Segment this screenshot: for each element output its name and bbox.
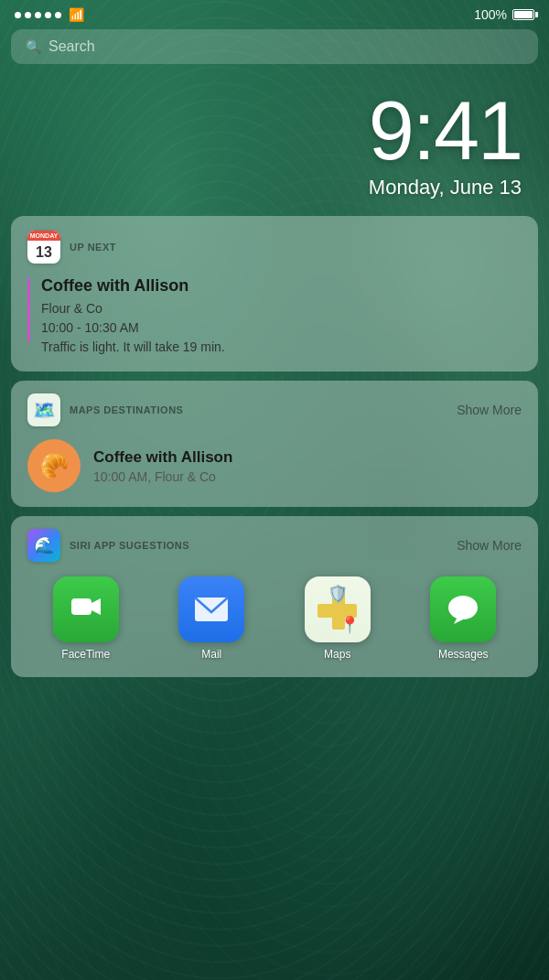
cal-day: 13 <box>27 241 60 264</box>
mail-icon-svg <box>193 596 230 623</box>
signal-dots: 📶 <box>15 7 84 22</box>
maps-event-sub: 10:00 AM, Flour & Co <box>93 469 232 484</box>
signal-dot-1 <box>15 12 21 18</box>
messages-icon-svg <box>445 591 481 628</box>
event-title: Coffee with Allison <box>41 276 225 296</box>
facetime-icon-svg <box>68 591 104 628</box>
messages-label: Messages <box>438 648 489 661</box>
mail-app-icon <box>178 576 244 642</box>
search-placeholder: Search <box>48 38 95 55</box>
maps-inner: 🛡️ 📍 <box>305 576 371 642</box>
facetime-label: FaceTime <box>61 648 110 661</box>
mail-label: Mail <box>201 648 221 661</box>
event-accent-bar <box>27 278 30 342</box>
clock-time: 9:41 <box>27 90 522 172</box>
signal-dot-4 <box>45 12 51 18</box>
event-time: 10:00 - 10:30 AM <box>41 318 225 338</box>
widgets-container: Monday 13 UP NEXT Coffee with Allison Fl… <box>0 209 549 684</box>
battery-percent: 100% <box>474 7 507 22</box>
facetime-app-icon <box>53 576 119 642</box>
maps-event-info: Coffee with Allison 10:00 AM, Flour & Co <box>93 448 232 484</box>
app-item-facetime[interactable]: FaceTime <box>53 576 119 661</box>
signal-dot-5 <box>55 12 61 18</box>
svg-point-3 <box>448 596 478 619</box>
battery-fill <box>514 11 533 18</box>
siri-icon-inner: 🌊 <box>34 535 54 555</box>
svg-rect-0 <box>71 598 92 615</box>
calendar-event-row: Coffee with Allison Flour & Co 10:00 - 1… <box>27 276 522 357</box>
clock-section: 9:41 Monday, June 13 <box>0 71 549 209</box>
maps-left: 🗺️ MAPS DESTINATIONS <box>27 393 183 426</box>
maps-header: 🗺️ MAPS DESTINATIONS Show More <box>27 393 522 426</box>
calendar-header: Monday 13 UP NEXT <box>27 231 522 264</box>
maps-app-icon: 🛡️ 📍 <box>305 576 371 642</box>
svg-marker-1 <box>92 598 101 615</box>
maps-widget-icon: 🗺️ <box>27 393 60 426</box>
app-item-mail[interactable]: Mail <box>178 576 244 661</box>
siri-widget[interactable]: 🌊 SIRI APP SUGESTIONS Show More FaceTime <box>11 516 538 677</box>
maps-show-more-button[interactable]: Show More <box>457 403 522 417</box>
maps-event-row: 🥐 Coffee with Allison 10:00 AM, Flour & … <box>27 439 522 492</box>
messages-app-icon <box>430 576 496 642</box>
maps-emoji-icon: 🗺️ <box>33 399 56 421</box>
signal-dot-3 <box>35 12 41 18</box>
battery-box <box>512 9 534 20</box>
app-item-messages[interactable]: Messages <box>430 576 496 661</box>
siri-left: 🌊 SIRI APP SUGESTIONS <box>27 529 189 562</box>
croissant-emoji: 🥐 <box>39 452 69 480</box>
maps-widget[interactable]: 🗺️ MAPS DESTINATIONS Show More 🥐 Coffee … <box>11 381 538 507</box>
clock-date: Monday, June 13 <box>27 176 522 199</box>
calendar-icon: Monday 13 <box>27 231 60 264</box>
cal-month: Monday <box>27 231 60 241</box>
event-traffic: Traffic is light. It will take 19 min. <box>41 338 225 357</box>
maps-shield-icon: 🛡️ <box>328 584 348 604</box>
maps-label: MAPS DESTINATIONS <box>70 404 183 415</box>
calendar-label: UP NEXT <box>70 242 116 253</box>
apps-row: FaceTime Mail 🛡️ 📍 <box>27 576 522 661</box>
battery-icon <box>512 9 534 20</box>
app-item-maps[interactable]: 🛡️ 📍 Maps <box>305 576 371 661</box>
siri-header: 🌊 SIRI APP SUGESTIONS Show More <box>27 529 522 562</box>
signal-dot-2 <box>25 12 31 18</box>
maps-pin-icon: 📍 <box>339 615 360 635</box>
wifi-icon: 📶 <box>69 7 84 22</box>
croissant-icon: 🥐 <box>27 439 81 492</box>
event-details: Coffee with Allison Flour & Co 10:00 - 1… <box>41 276 225 357</box>
siri-label: SIRI APP SUGESTIONS <box>70 540 189 551</box>
search-bar[interactable]: 🔍 Search <box>11 29 538 64</box>
status-right: 100% <box>474 7 534 22</box>
siri-show-more-button[interactable]: Show More <box>457 538 522 553</box>
status-bar: 📶 100% <box>0 0 549 26</box>
maps-event-title: Coffee with Allison <box>93 448 232 467</box>
calendar-widget[interactable]: Monday 13 UP NEXT Coffee with Allison Fl… <box>11 216 538 372</box>
event-location: Flour & Co <box>41 299 225 318</box>
maps-label-app: Maps <box>324 648 350 661</box>
siri-icon: 🌊 <box>27 529 60 562</box>
search-icon: 🔍 <box>26 39 41 54</box>
